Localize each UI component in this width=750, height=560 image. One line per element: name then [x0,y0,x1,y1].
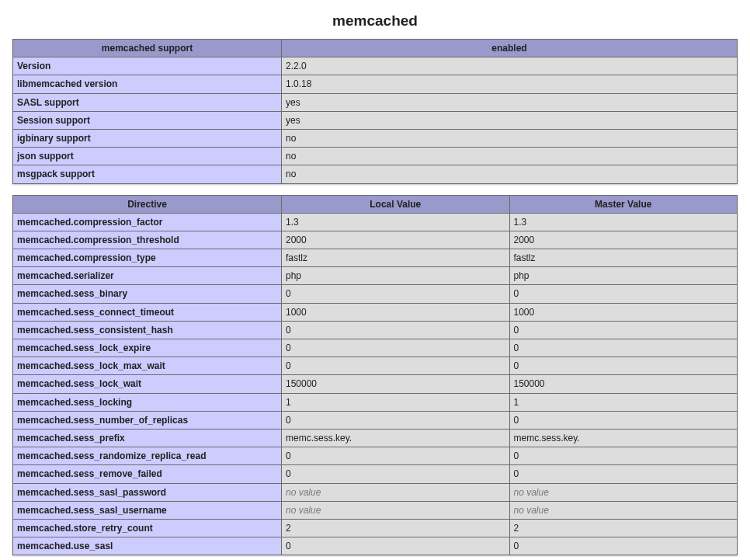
table-row: memcached.sess_prefixmemc.sess.key.memc.… [13,429,738,447]
support-row-label: Session support [13,111,282,129]
directive-table: Directive Local Value Master Value memca… [12,195,738,556]
support-row-value: 1.0.18 [282,75,738,93]
directive-master-value: 0 [509,447,738,465]
table-row: libmemcached version1.0.18 [13,75,738,93]
table-row: memcached.sess_lock_max_wait00 [13,357,738,375]
directive-name: memcached.sess_binary [13,285,282,303]
directive-local-value: 0 [282,339,510,357]
table-row: memcached.sess_number_of_replicas00 [13,411,738,429]
support-row-label: json support [13,148,282,165]
directive-master-value: 0 [509,339,738,357]
support-row-label: libmemcached version [13,75,282,93]
table-row: memcached.compression_threshold20002000 [13,231,738,249]
table-row: msgpack supportno [13,165,738,183]
table-row: memcached.sess_binary00 [13,285,738,303]
table-row: memcached.compression_typefastlzfastlz [13,249,738,267]
directive-name: memcached.sess_remove_failed [13,465,282,483]
directive-master-value: 0 [509,357,738,375]
directive-name: memcached.compression_type [13,249,282,267]
table-row: memcached.sess_sasl_usernameno valueno v… [13,501,738,519]
directive-master-value: no value [509,483,738,501]
table-row: memcached.sess_lock_expire00 [13,339,738,357]
table-row: memcached.compression_factor1.31.3 [13,213,738,231]
support-row-value: yes [282,111,738,129]
directive-master-value: no value [509,501,738,519]
directive-name: memcached.sess_consistent_hash [13,321,282,339]
directive-local-value: 0 [282,537,510,555]
table-row: json supportno [13,148,738,165]
directive-name: memcached.compression_factor [13,213,282,231]
directive-local-value: php [282,267,510,285]
directive-local-value: 0 [282,357,510,375]
directive-master-value: 2000 [509,231,738,249]
support-row-label: msgpack support [13,165,282,183]
directive-name: memcached.sess_randomize_replica_read [13,447,282,465]
directive-name: memcached.serializer [13,267,282,285]
directive-master-value: 0 [509,411,738,429]
directive-local-value: memc.sess.key. [282,429,510,447]
directive-name: memcached.sess_lock_max_wait [13,357,282,375]
directive-local-value: 2 [282,519,510,537]
support-header-value: enabled [282,40,738,57]
directive-master-value: 0 [509,285,738,303]
directive-header-name: Directive [13,195,282,213]
directive-local-value: 0 [282,411,510,429]
directive-local-value: no value [282,483,510,501]
directive-master-value: 0 [509,465,738,483]
directive-local-value: 2000 [282,231,510,249]
table-row: memcached.sess_remove_failed00 [13,465,738,483]
directive-local-value: 1 [282,393,510,411]
directive-name: memcached.sess_locking [13,393,282,411]
directive-master-value: 0 [509,321,738,339]
table-row: memcached.store_retry_count22 [13,519,738,537]
directive-local-value: 0 [282,465,510,483]
directive-name: memcached.store_retry_count [13,519,282,537]
support-row-label: igbinary support [13,129,282,147]
directive-name: memcached.sess_prefix [13,429,282,447]
directive-local-value: 0 [282,447,510,465]
support-row-value: no [282,165,738,183]
directive-local-value: 0 [282,285,510,303]
directive-local-value: 0 [282,321,510,339]
directive-name: memcached.sess_lock_expire [13,339,282,357]
support-row-value: yes [282,93,738,111]
table-row: igbinary supportno [13,129,738,147]
module-title: memcached [12,12,738,30]
support-header-label: memcached support [13,40,282,57]
directive-master-value: fastlz [509,249,738,267]
support-row-label: SASL support [13,93,282,111]
directive-master-value: memc.sess.key. [509,429,738,447]
directive-local-value: fastlz [282,249,510,267]
directive-name: memcached.sess_lock_wait [13,375,282,393]
directive-name: memcached.use_sasl [13,537,282,555]
directive-master-value: 1 [509,393,738,411]
directive-master-value: 2 [509,519,738,537]
table-row: SASL supportyes [13,93,738,111]
table-row: memcached.sess_connect_timeout10001000 [13,303,738,321]
table-row: memcached.sess_lock_wait150000150000 [13,375,738,393]
directive-header-master: Master Value [509,195,738,213]
directive-local-value: 1000 [282,303,510,321]
directive-master-value: 1.3 [509,213,738,231]
directive-local-value: no value [282,501,510,519]
directive-name: memcached.sess_number_of_replicas [13,411,282,429]
table-row: Version2.2.0 [13,57,738,75]
directive-master-value: 1000 [509,303,738,321]
table-row: memcached.serializerphpphp [13,267,738,285]
support-row-value: no [282,129,738,147]
directive-name: memcached.sess_connect_timeout [13,303,282,321]
table-row: memcached.use_sasl00 [13,537,738,555]
table-row: Session supportyes [13,111,738,129]
table-row: memcached.sess_sasl_passwordno valueno v… [13,483,738,501]
support-row-value: 2.2.0 [282,57,738,75]
directive-name: memcached.compression_threshold [13,231,282,249]
directive-local-value: 150000 [282,375,510,393]
table-row: memcached.sess_randomize_replica_read00 [13,447,738,465]
support-row-value: no [282,148,738,165]
directive-master-value: 0 [509,537,738,555]
directive-name: memcached.sess_sasl_username [13,501,282,519]
directive-local-value: 1.3 [282,213,510,231]
directive-header-local: Local Value [282,195,510,213]
directive-master-value: 150000 [509,375,738,393]
support-table: memcached support enabled Version2.2.0li… [12,39,738,184]
